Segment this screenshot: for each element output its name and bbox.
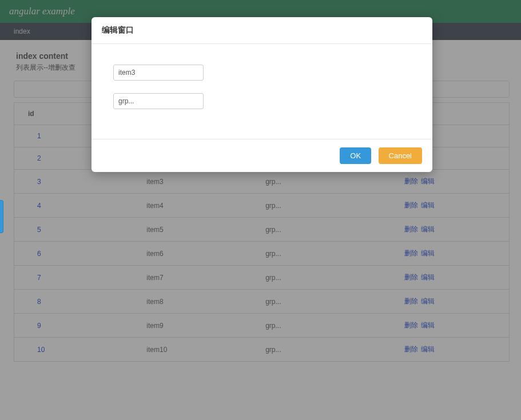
modal-footer: OK Cancel — [92, 139, 432, 172]
side-handle[interactable] — [0, 200, 3, 233]
ok-button[interactable]: OK — [340, 147, 371, 164]
cancel-button[interactable]: Cancel — [379, 147, 422, 164]
modal-title: 编辑窗口 — [92, 17, 432, 44]
modal-body — [92, 44, 432, 139]
edit-modal: 编辑窗口 OK Cancel — [92, 17, 432, 172]
name-field[interactable] — [113, 65, 204, 81]
group-field[interactable] — [113, 93, 204, 109]
